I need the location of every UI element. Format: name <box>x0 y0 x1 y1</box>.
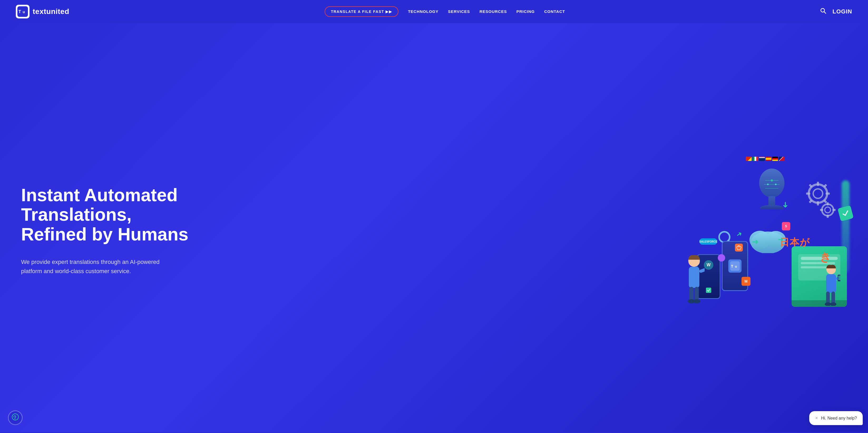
nav-technology-item[interactable]: TECHNOLOGY <box>408 9 438 14</box>
contact-link[interactable]: CONTACT <box>544 9 565 14</box>
svg-point-13 <box>760 205 784 209</box>
badge-icon <box>11 413 19 422</box>
search-icon[interactable] <box>820 8 826 15</box>
chat-message: Hi. Need any help? <box>821 416 857 421</box>
flags-container <box>746 157 785 161</box>
svg-point-25 <box>825 207 831 213</box>
robot-head <box>757 167 784 204</box>
nav-links: TRANSLATE A FILE FAST ▶▶ TECHNOLOGY SERV… <box>324 6 565 17</box>
bottom-badge[interactable] <box>8 410 23 425</box>
svg-rect-29 <box>832 209 836 211</box>
svg-point-11 <box>775 184 777 185</box>
navbar: T u textunited TRANSLATE A FILE FAST ▶▶ … <box>0 0 868 23</box>
svg-line-4 <box>824 12 826 14</box>
gear-small <box>819 201 836 220</box>
illustration-container: ➜ ➜ W T u <box>684 154 847 307</box>
svg-rect-50 <box>826 292 830 304</box>
svg-rect-28 <box>820 209 823 211</box>
nav-resources-item[interactable]: RESOURCES <box>479 9 507 14</box>
services-link[interactable]: SERVICES <box>448 9 470 14</box>
nav-icons: LOGIN <box>820 8 852 15</box>
svg-rect-19 <box>826 193 830 195</box>
svg-point-9 <box>771 179 773 181</box>
svg-rect-26 <box>827 202 829 205</box>
svg-point-15 <box>813 189 823 198</box>
svg-point-53 <box>830 302 836 306</box>
svg-point-14 <box>809 185 827 203</box>
tu-logo-phone: T u <box>728 260 742 273</box>
flag-italy <box>752 157 758 161</box>
svg-rect-51 <box>831 292 835 304</box>
arrow-up-right-icon: ➜ <box>778 235 784 244</box>
svg-rect-41 <box>689 287 693 301</box>
wordpress-icon: W <box>704 260 713 270</box>
person-left <box>684 253 705 307</box>
nav-services-item[interactable]: SERVICES <box>448 9 470 14</box>
flag-usa <box>759 157 765 161</box>
hero-section: Instant Automated Translations, Refined … <box>0 23 868 432</box>
flag-germany <box>772 157 778 161</box>
svg-point-24 <box>822 204 834 216</box>
arrow-up-left-icon: ➜ <box>735 229 744 239</box>
japanese-text-2: き <box>820 250 831 265</box>
arrow-right-icon: ➜ <box>752 237 758 246</box>
svg-rect-18 <box>806 193 810 195</box>
svg-rect-39 <box>689 267 700 288</box>
svg-text:T: T <box>731 264 733 268</box>
flag-china <box>746 157 752 161</box>
svg-rect-16 <box>817 182 819 186</box>
phone-left-badge <box>706 288 711 293</box>
chat-close-button[interactable]: × <box>815 415 818 421</box>
hero-title: Instant Automated Translations, Refined … <box>21 185 200 244</box>
login-button[interactable]: LOGIN <box>832 8 852 15</box>
hero-description: We provide expert translations through a… <box>21 257 168 276</box>
svg-text:u: u <box>735 264 737 268</box>
figma-icon <box>718 254 725 262</box>
svg-rect-49 <box>838 275 840 280</box>
svg-rect-40 <box>699 268 705 273</box>
translate-arrows: ▶▶ <box>385 9 392 14</box>
chat-widget[interactable]: × Hi. Need any help? <box>809 411 863 425</box>
logo-area[interactable]: T u textunited <box>16 5 69 19</box>
nav-pricing-item[interactable]: PRICING <box>517 9 535 14</box>
hero-content-left: Instant Automated Translations, Refined … <box>21 185 200 276</box>
svg-text:T: T <box>19 9 21 14</box>
chat-bubble: × Hi. Need any help? <box>809 411 863 425</box>
sketch-icon <box>735 244 743 252</box>
svg-rect-42 <box>694 287 699 301</box>
technology-link[interactable]: TECHNOLOGY <box>408 9 438 14</box>
salesforce-icon: SALESFORCE <box>700 238 717 245</box>
svg-rect-27 <box>827 215 829 218</box>
translate-file-link[interactable]: TRANSLATE A FILE FAST ▶▶ <box>331 9 392 14</box>
flag-spain <box>766 157 772 161</box>
svg-text:u: u <box>23 10 25 14</box>
person-right <box>822 264 840 307</box>
checkmark-icon <box>837 205 854 221</box>
svg-point-10 <box>767 184 769 185</box>
japanese-text-1: 日本が <box>780 236 810 249</box>
logo-icon: T u <box>16 5 30 19</box>
resources-link[interactable]: RESOURCES <box>479 9 507 14</box>
nav-translate-item[interactable]: TRANSLATE A FILE FAST ▶▶ <box>324 6 398 17</box>
pricing-link[interactable]: PRICING <box>517 9 535 14</box>
svg-point-44 <box>693 299 701 303</box>
nav-contact-item[interactable]: CONTACT <box>544 9 565 14</box>
flag-uk <box>779 157 785 161</box>
arrow-down-icon: ➜ <box>781 201 790 208</box>
svg-point-5 <box>759 169 784 198</box>
magento-icon: M <box>742 277 750 286</box>
svg-rect-46 <box>826 274 836 293</box>
svg-rect-17 <box>817 201 819 205</box>
storybook-icon: S <box>782 222 790 230</box>
logo-text: textunited <box>33 7 69 16</box>
hero-illustration: ➜ ➜ W T u <box>200 154 847 307</box>
